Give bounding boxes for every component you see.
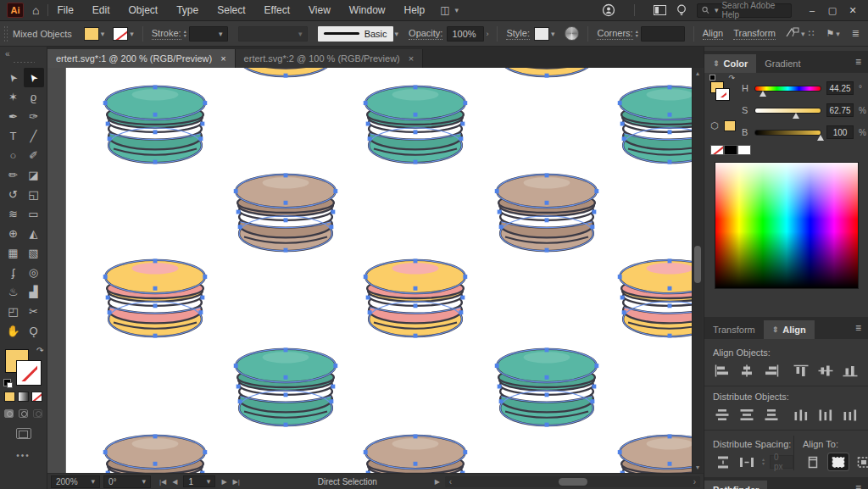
brightness-slider-track[interactable] [754,130,821,136]
graph-tool[interactable]: ▟ [24,282,44,302]
align-to-selection-button[interactable] [828,453,849,470]
stroke-stepper[interactable]: ▴ ▾ [184,30,186,38]
stepper-down-icon[interactable]: ▾ [636,34,638,38]
hue-slider-track[interactable] [754,86,821,92]
width-tool[interactable]: ≋ [3,204,24,224]
horizontal-scroll-track[interactable] [456,476,689,487]
macaron-yellow[interactable] [352,258,479,344]
macaron-brown[interactable] [222,172,349,258]
menu-window[interactable]: Window [349,4,386,16]
curvature-tool[interactable]: ✑ [24,107,44,126]
white-swatch[interactable] [737,145,751,155]
align-to-artboard-button[interactable] [803,453,823,470]
draw-normal-icon[interactable] [4,409,14,418]
chevron-down-icon[interactable]: ▾ [101,30,105,38]
slider-value-input[interactable]: 62.75 [826,103,854,117]
saturation-slider-track[interactable] [754,108,821,114]
workspace-switcher[interactable]: ◫ ▾ [440,4,459,16]
minimize-button[interactable]: – [802,1,822,19]
black-swatch[interactable] [724,145,737,155]
lasso-tool[interactable]: ϱ [24,87,44,107]
collapse-panel-icon[interactable]: ⇕ [772,325,779,334]
swap-colors-icon[interactable]: ↷ [728,74,735,82]
color-spectrum[interactable] [715,162,859,289]
tab-pathfinder[interactable]: Pathfinder [704,481,767,489]
vertical-scroll-thumb[interactable] [694,246,701,283]
horizontal-distribute-right-button[interactable] [840,406,860,423]
artboard-tool[interactable]: ◰ [3,302,24,321]
style-swatch[interactable] [534,27,549,41]
brush-definition-select[interactable]: Basic [318,26,393,42]
collapse-toolbar-icon[interactable]: « [0,47,47,58]
menu-edit[interactable]: Edit [92,4,110,16]
menu-view[interactable]: View [309,4,331,16]
vertical-distribute-top-button[interactable] [713,406,732,423]
horizontal-scroll-thumb[interactable] [559,478,587,486]
recolor-artwork-icon[interactable] [565,26,579,41]
lightbulb-icon[interactable] [676,4,687,17]
direct-selection-tool[interactable]: ➤ [24,68,44,87]
symbol-sprayer-tool[interactable]: ♨ [3,282,24,302]
close-tab-icon[interactable]: × [409,53,414,64]
free-transform-tool[interactable]: ▭ [24,204,44,224]
select-similar-icon[interactable] [786,27,799,40]
selection-tool[interactable]: ➤ [3,68,24,87]
slider-thumb[interactable] [817,135,824,141]
close-button[interactable]: ✕ [843,1,863,19]
account-icon[interactable] [602,3,615,17]
vertical-align-center-button[interactable] [815,362,835,379]
macaron-brown[interactable] [483,172,610,258]
change-screen-mode-icon[interactable] [16,428,31,439]
chevron-down-icon[interactable]: ▾ [551,30,555,38]
menu-select[interactable]: Select [217,4,245,16]
stroke-weight-label[interactable]: Stroke: [152,28,181,40]
horizontal-align-center-button[interactable] [737,362,757,379]
align-link[interactable]: Align [703,28,723,40]
style-label[interactable]: Style: [506,28,530,40]
previous-artboard-icon[interactable]: ◀ [172,478,177,486]
swap-fill-stroke-icon[interactable]: ↷ [36,346,43,355]
scroll-down-icon[interactable]: ▾ [693,462,703,473]
macaron-yellow[interactable] [606,258,692,344]
macaron-teal[interactable] [483,347,610,433]
magic-wand-tool[interactable]: ✶ [3,87,24,107]
type-tool[interactable]: T [3,126,24,146]
drag-grip[interactable] [3,25,8,42]
home-icon[interactable]: ⌂ [32,3,39,17]
blend-tool[interactable]: ◎ [24,263,44,282]
stroke-color-proxy[interactable] [17,361,41,385]
eraser-tool[interactable]: ◪ [24,165,44,185]
slider-thumb[interactable] [793,113,799,119]
vertical-distribute-center-button[interactable] [737,406,757,423]
vertical-align-top-button[interactable] [791,362,810,379]
eyedropper-tool[interactable]: ʄ [3,263,24,282]
fill-stroke-mini[interactable]: ↷ [710,80,732,105]
vertical-distribute-bottom-button[interactable] [762,406,782,423]
pencil-tool[interactable]: ✏ [3,165,24,185]
touch-workspace-icon[interactable]: ∷ [808,28,814,39]
panel-menu-icon[interactable]: ≡ [855,56,861,68]
macaron-yellow[interactable] [92,258,219,344]
slice-tool[interactable]: ✂ [24,302,44,321]
panel-menu-icon[interactable]: ≡ [855,322,861,334]
macaron-teal[interactable] [92,84,219,170]
chevron-down-icon[interactable]: ▾ [801,30,805,38]
scroll-up-icon[interactable]: ▴ [693,68,703,79]
menu-effect[interactable]: Effect [264,4,290,16]
vertical-scrollbar[interactable]: ▴ ▾ [692,68,703,473]
macaron-brown[interactable] [92,433,219,473]
rotation-select[interactable]: 0° ▾ [103,475,151,488]
document-tab-2[interactable]: ertert.svg*:2 @ 100 % (RGB/Preview)× [236,49,424,68]
slider-thumb[interactable] [760,91,766,97]
tab-color[interactable]: ⇕ Color [704,54,756,73]
macaron-teal[interactable] [222,347,349,433]
align-to-key-object-button[interactable] [854,453,868,470]
toolbar-grip[interactable] [13,61,35,64]
close-tab-icon[interactable]: × [220,53,225,64]
horizontal-scrollbar[interactable]: ‹ › [445,476,700,487]
panel-menu-icon[interactable]: ≡ [855,482,861,489]
tab-align[interactable]: ⇕ Align [764,320,815,339]
shape-builder-tool[interactable]: ⊕ [3,224,24,243]
stroke-weight-select[interactable]: ▾ [189,26,228,42]
transform-link[interactable]: Transform [733,28,776,40]
